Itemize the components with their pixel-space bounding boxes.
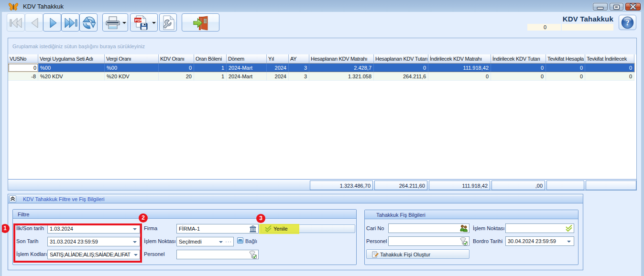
svg-text:?: ?: [626, 19, 630, 27]
svg-text:PDF: PDF: [135, 18, 143, 22]
